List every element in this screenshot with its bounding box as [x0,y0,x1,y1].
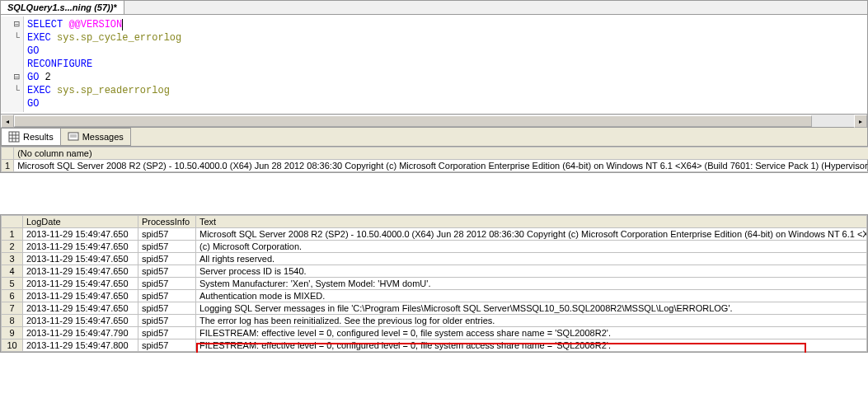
cell-processinfo[interactable]: spid57 [138,265,196,278]
code-line[interactable]: GO 2 [27,71,864,84]
editor-tab[interactable]: SQLQuery1.s...ning (57))* [1,1,124,14]
gutter-line: └ [1,84,23,97]
row-number: 1 [2,228,23,241]
results-tab-bar: Results Messages [1,128,867,147]
grid-icon [8,131,20,143]
table-row[interactable]: 102013-11-29 15:49:47.800spid57FILESTREA… [2,339,867,352]
table-row[interactable]: 52013-11-29 15:49:47.650spid57System Man… [2,278,867,290]
cell-logdate[interactable]: 2013-11-29 15:49:47.650 [23,265,138,278]
table-row[interactable]: 62013-11-29 15:49:47.650spid57Authentica… [2,290,867,302]
code-line[interactable]: EXEC sys.sp_cycle_errorlog [27,31,864,44]
table-row[interactable]: 92013-11-29 15:49:47.790spid57FILESTREAM… [2,327,867,339]
scroll-thumb[interactable] [14,115,812,127]
scroll-track[interactable] [14,115,854,127]
horizontal-scrollbar[interactable]: ◂ ▸ [1,114,867,127]
cell-text[interactable]: Microsoft SQL Server 2008 R2 (SP2) - 10.… [196,228,867,241]
cell-processinfo[interactable]: spid57 [138,241,196,253]
collapse-icon[interactable]: ⊟ [1,18,23,31]
cell-processinfo[interactable]: spid57 [138,327,196,339]
errorlog-grid[interactable]: LogDate ProcessInfo Text 12013-11-29 15:… [1,215,867,352]
code-line[interactable]: SELECT @@VERSION [27,18,864,31]
cell-text[interactable]: System Manufacturer: 'Xen', System Model… [196,278,867,290]
cell-text[interactable]: FILESTREAM: effective level = 0, configu… [196,339,867,352]
grid-corner [2,147,14,160]
tab-results-label: Results [23,132,54,142]
scroll-right-icon[interactable]: ▸ [854,115,867,128]
cell-logdate[interactable]: 2013-11-29 15:49:47.650 [23,253,138,265]
cell-text[interactable]: All rights reserved. [196,253,867,265]
cell-logdate[interactable]: 2013-11-29 15:49:47.650 [23,278,138,290]
editor-tab-bar: SQLQuery1.s...ning (57))* [1,1,867,15]
gutter-line: └ [1,31,23,44]
tab-messages[interactable]: Messages [60,128,131,146]
code-line[interactable]: RECONFIGURE [27,58,864,71]
cell-logdate[interactable]: 2013-11-29 15:49:47.650 [23,315,138,327]
row-number: 1 [2,160,14,172]
column-header[interactable]: (No column name) [14,147,868,160]
table-row[interactable]: 82013-11-29 15:49:47.650spid57The error … [2,315,867,327]
cell-logdate[interactable]: 2013-11-29 15:49:47.650 [23,302,138,315]
cell-text[interactable]: Authentication mode is MIXED. [196,290,867,302]
cell-processinfo[interactable]: spid57 [138,302,196,315]
errorlog-panel: LogDate ProcessInfo Text 12013-11-29 15:… [0,214,868,353]
column-header-processinfo[interactable]: ProcessInfo [138,216,196,228]
row-number: 5 [2,278,23,290]
sql-editor[interactable]: ⊟ └ ⊟ └ SELECT @@VERSIONEXEC sys.sp_cycl… [1,15,867,114]
cell-processinfo[interactable]: spid57 [138,253,196,265]
cell-processinfo[interactable]: spid57 [138,290,196,302]
cell-processinfo[interactable]: spid57 [138,278,196,290]
row-number: 2 [2,241,23,253]
row-number: 4 [2,265,23,278]
collapse-icon[interactable]: ⊟ [1,71,23,84]
grid-corner [2,216,23,228]
code-line[interactable]: GO [27,97,864,110]
tab-messages-label: Messages [82,132,124,142]
scroll-left-icon[interactable]: ◂ [1,115,14,128]
row-number: 3 [2,253,23,265]
cell-logdate[interactable]: 2013-11-29 15:49:47.800 [23,339,138,352]
code-area[interactable]: SELECT @@VERSIONEXEC sys.sp_cycle_errorl… [24,16,867,112]
cell-processinfo[interactable]: spid57 [138,339,196,352]
table-row[interactable]: 32013-11-29 15:49:47.650spid57All rights… [2,253,867,265]
column-header-logdate[interactable]: LogDate [23,216,138,228]
cell-version[interactable]: Microsoft SQL Server 2008 R2 (SP2) - 10.… [14,160,868,172]
code-line[interactable]: GO [27,44,864,58]
table-row[interactable]: 42013-11-29 15:49:47.650spid57Server pro… [2,265,867,278]
cell-text[interactable]: Logging SQL Server messages in file 'C:\… [196,302,867,315]
results-panel: Results Messages (No column name) 1 Micr… [0,128,868,173]
svg-rect-0 [9,132,19,142]
cell-processinfo[interactable]: spid57 [138,315,196,327]
table-row[interactable]: 22013-11-29 15:49:47.650spid57(c) Micros… [2,241,867,253]
cell-logdate[interactable]: 2013-11-29 15:49:47.650 [23,241,138,253]
editor-gutter: ⊟ └ ⊟ └ [1,16,24,112]
column-header-text[interactable]: Text [196,216,867,228]
row-number: 8 [2,315,23,327]
cell-processinfo[interactable]: spid57 [138,228,196,241]
cell-text[interactable]: (c) Microsoft Corporation. [196,241,867,253]
cell-logdate[interactable]: 2013-11-29 15:49:47.790 [23,327,138,339]
query-editor-panel: SQLQuery1.s...ning (57))* ⊟ └ ⊟ └ SELECT… [0,0,868,128]
row-number: 7 [2,302,23,315]
cell-logdate[interactable]: 2013-11-29 15:49:47.650 [23,228,138,241]
table-row[interactable]: 72013-11-29 15:49:47.650spid57Logging SQ… [2,302,867,315]
cell-text[interactable]: Server process ID is 1540. [196,265,867,278]
gutter-line [1,58,23,71]
table-row[interactable]: 12013-11-29 15:49:47.650spid57Microsoft … [2,228,867,241]
table-row[interactable]: 1 Microsoft SQL Server 2008 R2 (SP2) - 1… [2,160,869,172]
row-number: 9 [2,327,23,339]
messages-icon [68,131,79,143]
cell-logdate[interactable]: 2013-11-29 15:49:47.650 [23,290,138,302]
gutter-line [1,44,23,58]
version-result-grid[interactable]: (No column name) 1 Microsoft SQL Server … [1,147,868,172]
row-number: 6 [2,290,23,302]
cell-text[interactable]: The error log has been reinitialized. Se… [196,315,867,327]
row-number: 10 [2,339,23,352]
code-line[interactable]: EXEC sys.sp_readerrorlog [27,84,864,97]
tab-results[interactable]: Results [1,128,61,146]
cell-text[interactable]: FILESTREAM: effective level = 0, configu… [196,327,867,339]
gutter-line [1,97,23,110]
